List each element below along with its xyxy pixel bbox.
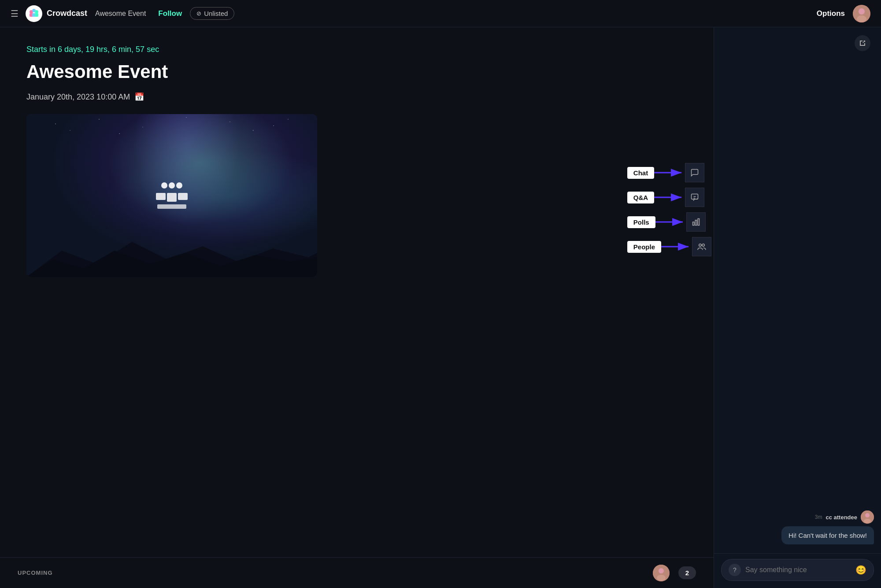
annotation-qa-label: Q&A — [627, 192, 654, 203]
nav-event-title: Awesome Event — [95, 10, 146, 18]
countdown-text: Starts in 6 days, 19 hrs, 6 min, 57 sec — [26, 45, 687, 54]
event-date-text: January 20th, 2023 10:00 AM — [26, 92, 130, 102]
svg-point-12 — [659, 568, 664, 573]
annotation-qa-arrow — [654, 190, 685, 204]
attendee-count-badge[interactable]: 2 — [678, 566, 696, 579]
svg-point-15 — [865, 513, 870, 518]
calendar-icon: 📅 — [134, 92, 144, 102]
eye-off-icon: ⊘ — [196, 10, 201, 17]
svg-point-2 — [35, 10, 38, 14]
main-layout: Starts in 6 days, 19 hrs, 6 min, 57 sec … — [0, 27, 881, 588]
annotation-polls-label: Polls — [627, 216, 655, 228]
svg-point-13 — [657, 575, 666, 581]
emoji-button[interactable]: 😊 — [855, 565, 866, 575]
polls-sidebar-icon[interactable] — [686, 212, 706, 232]
follow-button[interactable]: Follow — [158, 9, 182, 18]
options-button[interactable]: Options — [817, 9, 845, 18]
qa-sidebar-icon[interactable] — [685, 188, 704, 207]
unlisted-label: Unlisted — [204, 10, 228, 17]
hamburger-menu[interactable]: ☰ — [11, 8, 19, 19]
svg-rect-5 — [35, 13, 38, 17]
annotation-people-arrow — [661, 240, 692, 254]
chat-user-avatar — [861, 510, 874, 524]
thumbnail-background — [26, 114, 317, 277]
annotation-polls-arrow — [655, 215, 686, 229]
annotation-chat: Chat — [627, 163, 711, 182]
svg-rect-26 — [698, 219, 699, 226]
logo-icon — [26, 5, 42, 22]
user-avatar[interactable] — [853, 5, 870, 22]
chat-time: 3m — [815, 514, 822, 520]
thumbnail-logo — [156, 182, 188, 209]
logo-text: Crowdcast — [47, 9, 87, 18]
topnav: ☰ Crowdcast Awesome Event Follow ⊘ Unlis… — [0, 0, 881, 27]
bottom-bar: UPCOMING 2 — [0, 557, 714, 588]
svg-point-8 — [857, 15, 866, 22]
svg-point-7 — [859, 8, 865, 15]
chat-input-area: ? 😊 — [714, 553, 881, 588]
event-thumbnail — [26, 114, 317, 277]
chat-area: 3m cc attendee Hi! Can't wait for the sh… — [714, 27, 881, 553]
annotations-overlay: Chat Q&A — [627, 163, 711, 256]
right-panel: 3m cc attendee Hi! Can't wait for the sh… — [714, 27, 881, 588]
chat-message: 3m cc attendee Hi! Can't wait for the sh… — [721, 510, 874, 544]
chat-input-wrapper: ? 😊 — [721, 559, 874, 581]
svg-point-29 — [699, 244, 701, 246]
content-area: Starts in 6 days, 19 hrs, 6 min, 57 sec … — [0, 27, 714, 588]
annotation-chat-arrow — [654, 166, 685, 180]
chat-input-field[interactable] — [745, 566, 851, 574]
annotation-qa: Q&A — [627, 188, 711, 207]
annotation-people: People — [627, 237, 711, 256]
chat-username: cc attendee — [825, 514, 857, 521]
annotation-people-label: People — [627, 241, 661, 253]
svg-rect-25 — [695, 220, 696, 226]
svg-rect-24 — [692, 222, 694, 226]
annotation-chat-label: Chat — [627, 167, 654, 179]
event-title: Awesome Event — [26, 61, 687, 82]
svg-point-16 — [864, 519, 871, 523]
svg-point-30 — [702, 244, 704, 246]
annotation-polls: Polls — [627, 212, 711, 232]
nav-logo: Crowdcast — [26, 5, 87, 22]
chat-question-icon: ? — [729, 564, 741, 576]
mountains-silhouette — [26, 237, 317, 277]
external-link-button[interactable] — [855, 35, 870, 51]
bottom-attendee-avatar[interactable] — [653, 565, 670, 581]
upcoming-label: UPCOMING — [18, 570, 53, 576]
chat-sidebar-icon[interactable] — [685, 163, 704, 182]
unlisted-button[interactable]: ⊘ Unlisted — [190, 7, 234, 20]
chat-bubble: Hi! Can't wait for the show! — [781, 526, 874, 544]
people-sidebar-icon[interactable] — [692, 237, 711, 256]
chat-meta: 3m cc attendee — [721, 510, 874, 524]
event-date: January 20th, 2023 10:00 AM 📅 — [26, 92, 687, 102]
